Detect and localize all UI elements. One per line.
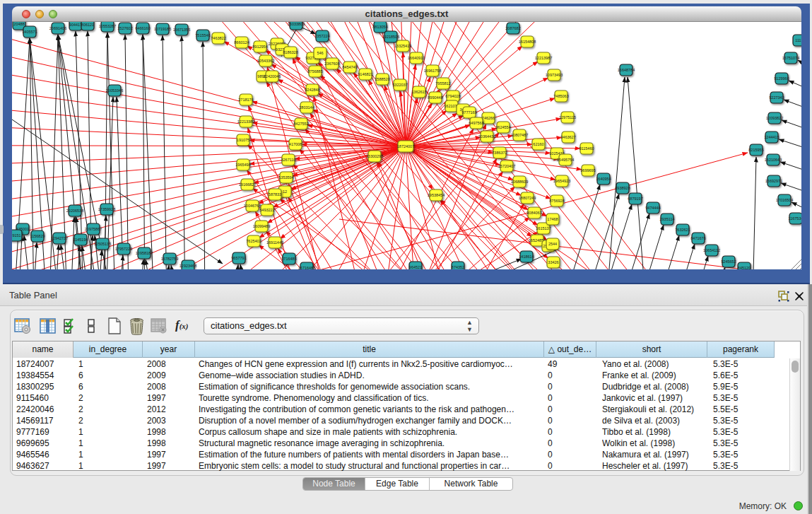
svg-text:9129966: 9129966: [774, 76, 789, 81]
svg-text:17016504: 17016504: [776, 198, 793, 202]
svg-text:33426: 33426: [548, 260, 558, 264]
svg-text:845120: 845120: [738, 266, 751, 269]
svg-text:9146821: 9146821: [358, 72, 372, 76]
svg-text:10807487: 10807487: [511, 133, 528, 137]
svg-text:9115460: 9115460: [579, 146, 594, 151]
svg-text:10688609: 10688609: [511, 180, 528, 184]
svg-text:20364436: 20364436: [478, 134, 495, 139]
svg-text:10719185: 10719185: [154, 27, 171, 31]
svg-text:9699695: 9699695: [580, 168, 595, 173]
svg-text:8471676: 8471676: [690, 236, 705, 240]
svg-text:20053346: 20053346: [106, 88, 123, 93]
svg-text:18807249: 18807249: [519, 196, 536, 200]
svg-text:12942737: 12942737: [51, 236, 68, 240]
svg-text:1418614: 1418614: [519, 255, 534, 259]
svg-text:15751074: 15751074: [782, 56, 799, 60]
svg-text:6466160: 6466160: [135, 26, 150, 30]
svg-text:1362615: 1362615: [411, 90, 426, 94]
svg-text:19654923: 19654923: [553, 179, 570, 183]
svg-text:2935114: 2935114: [659, 217, 674, 221]
svg-text:5493222: 5493222: [259, 208, 274, 212]
svg-text:19538454: 19538454: [428, 193, 445, 197]
svg-text:874352: 874352: [452, 265, 464, 269]
svg-text:12923468: 12923468: [180, 264, 196, 268]
svg-text:1615137: 1615137: [536, 226, 551, 230]
svg-text:23300295: 23300295: [366, 154, 383, 158]
svg-text:20488: 20488: [13, 22, 24, 26]
svg-text:20206538: 20206538: [66, 209, 83, 213]
svg-text:7485063: 7485063: [553, 94, 568, 98]
svg-text:13325419: 13325419: [394, 44, 411, 48]
svg-text:1965498: 1965498: [235, 163, 250, 167]
svg-text:1167534: 1167534: [788, 216, 801, 221]
svg-text:2087682: 2087682: [505, 26, 520, 30]
svg-text:16033809: 16033809: [288, 22, 305, 26]
svg-text:16210643: 16210643: [765, 158, 782, 162]
svg-text:8990448: 8990448: [428, 95, 442, 100]
svg-text:10654112: 10654112: [703, 248, 720, 252]
svg-text:17359928: 17359928: [98, 207, 115, 211]
svg-text:8912954: 8912954: [252, 45, 267, 49]
svg-text:16154808: 16154808: [519, 40, 536, 44]
svg-text:1640954: 1640954: [596, 177, 611, 181]
svg-text:10958187: 10958187: [136, 251, 153, 255]
svg-text:9474444: 9474444: [645, 206, 660, 210]
svg-text:16782759: 16782759: [161, 257, 178, 261]
svg-text:10543362: 10543362: [257, 59, 274, 63]
svg-text:1145194: 1145194: [73, 238, 88, 242]
svg-text:8186328: 8186328: [283, 50, 298, 54]
svg-text:10553287: 10553287: [99, 24, 116, 28]
svg-text:9245652: 9245652: [721, 259, 736, 264]
svg-text:9657791: 9657791: [231, 256, 246, 260]
svg-text:1405571: 1405571: [22, 30, 37, 34]
svg-text:3624554: 3624554: [495, 125, 510, 129]
svg-text:2367608: 2367608: [324, 62, 339, 66]
svg-text:22420046: 22420046: [264, 74, 281, 78]
svg-text:15495754: 15495754: [557, 158, 574, 162]
svg-text:12505135: 12505135: [94, 242, 111, 246]
svg-text:16911449: 16911449: [266, 240, 283, 245]
svg-text:16099489: 16099489: [253, 224, 270, 228]
svg-text:16671355: 16671355: [173, 28, 190, 32]
svg-text:15716485: 15716485: [298, 266, 315, 269]
svg-text:10973493: 10973493: [546, 73, 563, 77]
svg-text:19218506: 19218506: [382, 35, 399, 39]
svg-text:9084067: 9084067: [526, 211, 541, 215]
svg-text:6794028: 6794028: [445, 94, 460, 98]
svg-text:12213389: 12213389: [237, 119, 254, 124]
svg-text:19166827: 19166827: [239, 182, 256, 187]
svg-text:2544: 2544: [548, 242, 557, 246]
svg-text:1588520: 1588520: [375, 77, 389, 81]
svg-text:1244415: 1244415: [764, 135, 779, 139]
svg-text:12093822: 12093822: [766, 116, 783, 120]
svg-text:17468: 17468: [547, 217, 558, 221]
svg-text:587833: 587833: [269, 192, 281, 197]
svg-text:12213987: 12213987: [535, 56, 552, 60]
svg-text:20975867: 20975867: [85, 227, 102, 231]
svg-text:62160: 62160: [533, 142, 543, 146]
svg-text:7515546: 7515546: [195, 33, 210, 37]
svg-text:8813054: 8813054: [372, 25, 387, 29]
svg-text:12: 12: [283, 189, 287, 194]
svg-text:417008: 417008: [289, 142, 302, 146]
svg-text:1156829: 1156829: [30, 234, 45, 238]
svg-text:7625402: 7625402: [246, 239, 261, 243]
svg-text:3267110: 3267110: [281, 158, 295, 162]
svg-text:8756928: 8756928: [549, 199, 564, 203]
svg-text:8215955: 8215955: [748, 148, 763, 152]
svg-text:18724007: 18724007: [397, 144, 414, 148]
svg-text:2718176: 2718176: [238, 98, 253, 102]
svg-text:5322037: 5322037: [392, 83, 407, 87]
svg-text:964521: 964521: [409, 265, 422, 269]
svg-text:904417: 904417: [69, 23, 82, 27]
svg-text:806121: 806121: [81, 23, 94, 27]
svg-text:7463822: 7463822: [211, 36, 225, 40]
svg-text:15720407: 15720407: [498, 164, 515, 168]
svg-text:6879197: 6879197: [628, 197, 642, 201]
svg-text:546: 546: [317, 51, 323, 55]
svg-text:7632621: 7632621: [675, 228, 690, 232]
svg-text:746266: 746266: [482, 116, 495, 120]
svg-text:2803144: 2803144: [299, 105, 314, 110]
svg-text:17957225: 17957225: [115, 247, 132, 251]
svg-text:1117: 1117: [795, 38, 801, 42]
